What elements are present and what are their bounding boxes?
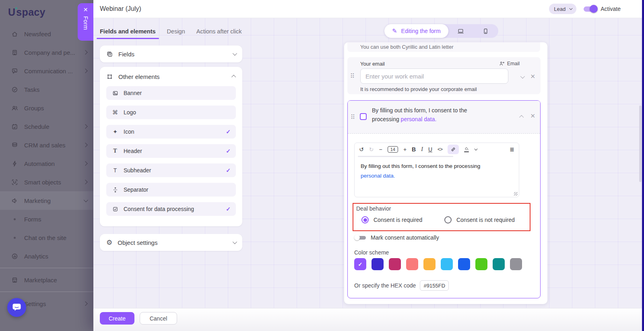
chevron-down-icon xyxy=(233,240,237,244)
sidebar-item-tasks[interactable]: Tasks xyxy=(0,80,93,99)
drawer-footer: Create Cancel xyxy=(93,308,644,331)
sidebar-item-schedule[interactable]: Schedule xyxy=(0,117,93,136)
tab-fields-and-elements[interactable]: Fields and elements xyxy=(100,28,156,38)
email-input[interactable] xyxy=(360,68,508,84)
chevron-down-icon[interactable] xyxy=(474,147,477,150)
chat-phone-icon xyxy=(10,68,19,74)
radio-consent-required[interactable]: Consent is required xyxy=(361,216,422,223)
cancel-button[interactable]: Cancel xyxy=(140,312,177,325)
collapse-chevron-icon[interactable] xyxy=(519,115,524,120)
resize-handle[interactable] xyxy=(514,192,518,196)
color-swatch[interactable] xyxy=(493,258,505,270)
object-settings-panel: ⚙ Object settings xyxy=(100,234,242,251)
activate-toggle[interactable] xyxy=(584,6,597,12)
element-header[interactable]: T Header ✓ xyxy=(106,144,236,158)
increase-font-icon[interactable]: + xyxy=(403,147,407,152)
sidebar-item-smart-objects[interactable]: Smart objects xyxy=(0,173,93,191)
consent-checkbox[interactable] xyxy=(360,113,367,120)
preview-mode-switcher: ✎ Editing the form xyxy=(384,24,498,38)
personal-data-link[interactable]: personal data. xyxy=(401,116,437,122)
selected-check-icon: ✓ xyxy=(226,167,231,174)
vertical-scrollbar-thumb[interactable] xyxy=(639,106,642,182)
drag-handle-icon[interactable]: ⠿ xyxy=(350,72,355,80)
form-drawer-tab[interactable]: ✕ Form xyxy=(78,3,93,41)
decrease-font-icon[interactable]: − xyxy=(379,147,382,152)
desktop-view-button[interactable] xyxy=(448,28,473,35)
remove-element-icon[interactable]: ✕ xyxy=(530,112,535,120)
color-swatch[interactable] xyxy=(389,258,401,270)
hex-code-label: Or specify the HEX code xyxy=(354,282,416,289)
link-icon xyxy=(450,147,456,152)
mark-consent-toggle[interactable] xyxy=(354,234,366,241)
color-swatch[interactable] xyxy=(441,258,453,270)
element-icon[interactable]: ✦ Icon ✓ xyxy=(106,125,236,139)
remove-element-icon[interactable]: ✕ xyxy=(530,73,535,80)
bold-button[interactable]: B xyxy=(412,147,416,152)
radio-selected-icon[interactable] xyxy=(361,216,369,223)
font-size-value[interactable]: 14 xyxy=(388,146,398,153)
underline-button[interactable]: U xyxy=(428,147,432,152)
color-swatch[interactable] xyxy=(458,258,470,270)
color-swatch[interactable] xyxy=(423,258,436,270)
element-consent[interactable]: Consent for data processing ✓ xyxy=(106,202,236,216)
smart-objects-icon xyxy=(10,179,19,186)
element-banner[interactable]: Banner xyxy=(106,86,236,100)
drag-handle-icon[interactable]: ⠿ xyxy=(351,114,355,121)
color-swatches: ✓ xyxy=(354,258,522,270)
color-swatch[interactable] xyxy=(406,258,418,270)
undo-icon[interactable]: ↺ xyxy=(359,147,364,152)
sidebar-item-forms[interactable]: Forms xyxy=(0,210,93,228)
hex-code-row: Or specify the HEX code xyxy=(354,280,449,291)
color-swatch-selected[interactable]: ✓ xyxy=(354,258,366,270)
color-swatch[interactable] xyxy=(372,258,384,270)
editor-personal-data-link[interactable]: personal data. xyxy=(361,173,395,179)
sidebar-item-analytics[interactable]: Analytics xyxy=(0,247,93,265)
editor-menu-icon[interactable]: ≣ xyxy=(510,146,514,153)
mobile-view-button[interactable] xyxy=(473,28,498,35)
sidebar-item-groups[interactable]: Groups xyxy=(0,99,93,117)
highlight-color-button[interactable] xyxy=(464,147,469,152)
sidebar-item-company[interactable]: Company and pe... xyxy=(0,43,93,62)
radio-unselected-icon[interactable] xyxy=(444,216,452,223)
builder-tabs: Fields and elements Design Actions after… xyxy=(100,28,242,38)
email-field-element[interactable]: ⠿ Your email Email ✕ It is recommended t… xyxy=(347,57,541,94)
collapse-chevron-icon[interactable] xyxy=(520,74,525,79)
element-separator[interactable]: Separator xyxy=(106,183,236,197)
bullet-icon xyxy=(14,237,16,239)
header-text-icon: T xyxy=(111,148,119,154)
radio-consent-not-required[interactable]: Consent is not required xyxy=(444,216,515,223)
editing-mode-button[interactable]: ✎ Editing the form xyxy=(384,24,448,38)
consent-element-selected: ⠿ By filling out this form, I consent to… xyxy=(347,100,541,298)
deal-behavior-label: Deal behavior xyxy=(356,205,391,212)
chat-launcher-button[interactable] xyxy=(7,298,26,317)
window-edge-strip xyxy=(642,0,644,331)
sidebar-item-marketplace[interactable]: Marketplace xyxy=(0,271,93,289)
color-swatch[interactable] xyxy=(510,258,522,270)
element-logo[interactable]: ⌘ Logo xyxy=(106,106,236,119)
users-icon xyxy=(10,105,19,112)
element-subheader[interactable]: T Subheader ✓ xyxy=(106,163,236,177)
fields-panel-header[interactable]: Fields xyxy=(100,46,242,62)
close-icon[interactable]: ✕ xyxy=(83,7,88,12)
other-elements-panel-header[interactable]: Other elements xyxy=(100,67,242,86)
link-button-active[interactable] xyxy=(448,145,459,154)
object-settings-header[interactable]: ⚙ Object settings xyxy=(100,234,242,251)
italic-button[interactable]: I xyxy=(421,147,423,152)
sidebar-item-marketing[interactable]: Marketing xyxy=(0,191,93,210)
sidebar-item-crm[interactable]: CRM and sales xyxy=(0,136,93,154)
sidebar-item-chat-on-site[interactable]: Chat on the site xyxy=(0,228,93,247)
tab-design[interactable]: Design xyxy=(167,28,185,38)
consent-element-preview[interactable]: ⠿ By filling out this form, I consent to… xyxy=(348,101,540,134)
code-button[interactable]: <> xyxy=(438,147,442,152)
tab-actions-after-click[interactable]: Actions after click xyxy=(196,28,242,38)
check-circle-icon xyxy=(10,86,19,93)
redo-icon[interactable]: ↻ xyxy=(369,147,374,152)
color-swatch[interactable] xyxy=(475,258,487,270)
sidebar-item-automation[interactable]: Automation xyxy=(0,154,93,173)
editor-content[interactable]: By filling out this form, I consent to t… xyxy=(355,157,519,185)
create-button[interactable]: Create xyxy=(100,312,134,325)
person-plus-icon xyxy=(499,61,505,66)
entity-type-dropdown[interactable]: Lead xyxy=(549,4,576,14)
hex-code-input[interactable] xyxy=(420,280,449,291)
sidebar-item-communication[interactable]: Communication ... xyxy=(0,62,93,80)
